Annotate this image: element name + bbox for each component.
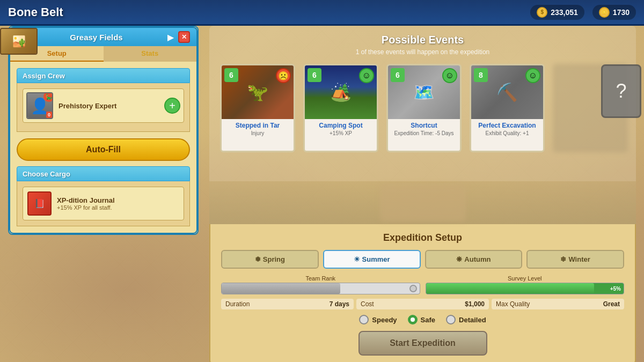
event-card-3-name: Perfect Excavation — [471, 119, 543, 130]
winter-label: Winter — [568, 255, 590, 263]
stat-bars-row: Team Rank Survey Level +5% — [221, 275, 624, 294]
panel-close-button[interactable]: ✕ — [178, 31, 190, 43]
left-panel: ◀ Greasy Fields ▶ ✕ Setup Stats Assign C… — [8, 26, 199, 354]
cost-detail: Cost $1,000 — [356, 299, 489, 309]
safe-radio-dot — [411, 317, 415, 322]
event-card-2-sentiment: ☺️ — [442, 68, 457, 83]
season-winter-button[interactable]: ❄ Winter — [526, 250, 624, 269]
season-summer-button[interactable]: ☀ Summer — [323, 250, 421, 269]
coin-value: 233,051 — [551, 8, 578, 17]
event-card-3-desc: Exhibit Quality: +1 — [471, 130, 543, 139]
speedy-radio — [359, 315, 369, 324]
add-crew-button[interactable]: + — [164, 98, 180, 114]
events-grid: 6 ☹️ 🦖 Stepped in Tar Injury 6 ☺️ 🏕️ Cam… — [220, 64, 625, 152]
event-card-3-sentiment: ☺️ — [525, 68, 540, 83]
mode-speedy[interactable]: Speedy — [359, 315, 397, 324]
cost-value: $1,000 — [465, 300, 485, 308]
summer-icon: ☀ — [354, 255, 360, 263]
choose-cargo-header: Choose Cargo — [17, 166, 190, 181]
season-autumn-button[interactable]: ❋ Autumn — [425, 250, 523, 269]
choose-cargo-content: 📕 XP-dition Journal +15% XP for all staf… — [17, 181, 190, 226]
max-quality-value: Great — [603, 300, 620, 308]
safe-label: Safe — [421, 316, 435, 324]
summer-label: Summer — [362, 255, 390, 263]
duration-label: Duration — [225, 300, 250, 308]
gem-value: 1730 — [613, 8, 630, 17]
event-card-2-image: 6 ☺️ 🗺️ — [388, 65, 460, 119]
setup-title: Expedition Setup — [221, 232, 624, 243]
event-card-1-number: 6 — [308, 68, 321, 82]
assign-crew-header: Assign Crew — [17, 68, 190, 83]
cargo-info: XP-dition Journal +15% XP for all staff. — [57, 196, 115, 211]
speedy-label: Speedy — [372, 316, 397, 324]
crew-avatar: 👤 🦕 0 — [26, 92, 53, 119]
team-rank-indicator — [409, 285, 417, 292]
event-card-1-sentiment: ☺️ — [359, 68, 374, 83]
event-card-3-number: 8 — [474, 68, 488, 82]
mode-safe[interactable]: Safe — [408, 315, 435, 324]
autumn-icon: ❋ — [456, 255, 462, 263]
blurred-transition-area — [209, 181, 636, 224]
winter-icon: ❄ — [560, 255, 566, 263]
crew-slot: 👤 🦕 0 Prehistory Expert + — [23, 88, 184, 123]
autumn-label: Autumn — [464, 255, 491, 263]
events-section: Possible Events 1 of these events will h… — [209, 26, 636, 181]
currency-coins: $ 233,051 — [530, 5, 584, 20]
season-spring-button[interactable]: ❅ Spring — [221, 250, 319, 269]
event-card-2-desc: Expedition Time: -5 Days — [388, 130, 460, 139]
event-card-1[interactable]: 6 ☺️ 🏕️ Camping Spot +15% XP — [303, 64, 378, 152]
details-row: Duration 7 days Cost $1,000 Max Quality … — [221, 299, 624, 309]
detailed-radio — [446, 315, 456, 324]
event-card-3-image: 8 ☺️ ⛏️ — [471, 65, 543, 119]
season-buttons: ❅ Spring ☀ Summer ❋ Autumn ❄ Winter — [221, 250, 624, 269]
event-card-1-desc: +15% XP — [305, 130, 377, 139]
crew-name: Prehistory Expert — [58, 102, 159, 110]
choose-cargo-section: Choose Cargo 📕 XP-dition Journal +15% XP… — [17, 166, 190, 226]
event-card-0-name: Stepped in Tar — [222, 119, 294, 130]
crew-role-badge: 🦕 — [43, 92, 53, 102]
survey-level-bar: +5% — [426, 283, 625, 294]
duration-value: 7 days — [330, 300, 349, 308]
duration-detail: Duration 7 days — [221, 299, 354, 309]
blurred-card-placeholder — [380, 184, 466, 221]
assign-crew-section: Assign Crew 👤 🦕 0 Prehistory Expert + — [17, 68, 190, 132]
team-rank-bar-container: Team Rank — [221, 275, 420, 294]
events-title: Possible Events — [220, 34, 625, 46]
spring-icon: ❅ — [255, 255, 261, 263]
cargo-name: XP-dition Journal — [57, 196, 115, 204]
mystery-card: ? — [601, 64, 641, 118]
event-card-0-number: 6 — [224, 68, 238, 82]
survey-level-fill — [426, 283, 594, 294]
team-rank-bar — [221, 283, 420, 294]
cargo-desc: +15% XP for all staff. — [57, 204, 115, 211]
cargo-icon: 📕 — [27, 191, 52, 216]
crew-xp-badge: 0 — [46, 112, 52, 118]
team-rank-fill — [222, 283, 340, 294]
choose-cargo-title: Choose Cargo — [23, 170, 70, 178]
cost-label: Cost — [361, 300, 374, 308]
team-rank-label: Team Rank — [221, 275, 420, 282]
event-card-1-name: Camping Spot — [305, 119, 377, 130]
autofill-button[interactable]: Auto-Fill — [17, 138, 190, 161]
event-card-2[interactable]: 6 ☺️ 🗺️ Shortcut Expedition Time: -5 Day… — [386, 64, 462, 152]
event-card-1-image: 6 ☺️ 🏕️ — [305, 65, 377, 119]
start-expedition-button[interactable]: Start Expedition — [358, 331, 487, 356]
mode-detailed[interactable]: Detailed — [446, 315, 486, 324]
max-quality-detail: Max Quality Great — [492, 299, 624, 309]
coin-icon: $ — [537, 7, 547, 18]
main-area: Possible Events 1 of these events will h… — [209, 26, 636, 354]
event-card-0-image: 6 ☹️ 🦖 — [222, 65, 294, 119]
panel-next-button[interactable]: ▶ — [165, 32, 176, 42]
event-card-3[interactable]: 8 ☺️ ⛏️ Perfect Excavation Exhibit Quali… — [470, 64, 545, 152]
panel-body: Assign Crew 👤 🦕 0 Prehistory Expert + — [9, 62, 197, 234]
event-card-0[interactable]: 6 ☹️ 🦖 Stepped in Tar Injury — [220, 64, 295, 152]
event-card-2-number: 6 — [391, 68, 405, 82]
assign-crew-content: 👤 🦕 0 Prehistory Expert + — [17, 83, 190, 132]
max-quality-label: Max Quality — [496, 300, 530, 308]
cargo-item[interactable]: 📕 XP-dition Journal +15% XP for all staf… — [23, 187, 184, 220]
game-title: Bone Belt — [8, 5, 530, 19]
tab-stats[interactable]: Stats — [104, 46, 197, 62]
spring-label: Spring — [263, 255, 285, 263]
survey-level-bonus: +5% — [610, 286, 621, 292]
panel-location-name: Greasy Fields — [70, 33, 122, 42]
